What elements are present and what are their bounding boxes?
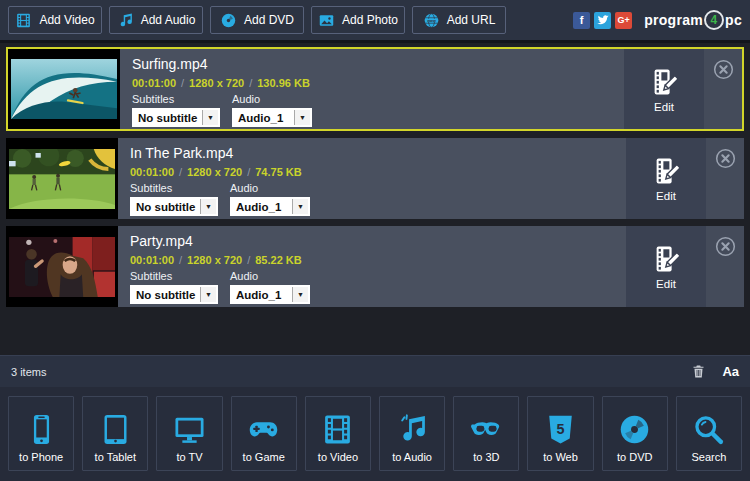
edit-label: Edit <box>656 190 676 202</box>
audio-value: Audio_1 <box>231 201 292 213</box>
media-size: 130.96 KB <box>257 77 310 89</box>
svg-text:www: www <box>426 18 436 22</box>
audio-control: Audio Audio_1 ▼ <box>230 182 310 216</box>
google-plus-icon[interactable]: G+ <box>615 12 632 29</box>
audio-value: Audio_1 <box>233 112 294 124</box>
chevron-down-icon: ▼ <box>200 287 216 302</box>
media-meta: 00:01:00/1280 x 720/85.22 KB <box>130 254 626 266</box>
chevron-down-icon: ▼ <box>200 199 216 214</box>
add-photo-button[interactable]: Add Photo <box>311 6 405 34</box>
party-thumbnail-image <box>9 237 115 297</box>
add-url-button[interactable]: www Add URL <box>412 6 506 34</box>
media-title: Surfing.mp4 <box>132 56 624 72</box>
chevron-down-icon: ▼ <box>202 110 218 125</box>
media-resolution: 1280 x 720 <box>187 254 242 266</box>
media-row-in-the-park[interactable]: In The Park.mp4 00:01:00/1280 x 720/74.7… <box>6 138 744 219</box>
surfing-thumbnail-image <box>11 59 117 119</box>
dock-label: to Tablet <box>95 451 136 463</box>
search-icon <box>692 413 725 446</box>
twitter-icon[interactable] <box>594 12 611 29</box>
dock-label: Search <box>692 451 727 463</box>
close-strip <box>706 226 744 307</box>
media-row-surfing[interactable]: Surfing.mp4 00:01:00/1280 x 720/130.96 K… <box>6 47 744 131</box>
to-phone-button[interactable]: to Phone <box>8 396 74 471</box>
subtitles-dropdown[interactable]: No subtitle ▼ <box>130 285 218 304</box>
media-info: Party.mp4 00:01:00/1280 x 720/85.22 KB S… <box>118 226 626 307</box>
logo-text-left: program <box>644 12 703 28</box>
remove-item-icon[interactable] <box>712 58 735 81</box>
to-3d-button[interactable]: to 3D <box>453 396 519 471</box>
to-audio-button[interactable]: to Audio <box>379 396 445 471</box>
audio-dropdown[interactable]: Audio_1 ▼ <box>230 285 310 304</box>
media-info: Surfing.mp4 00:01:00/1280 x 720/130.96 K… <box>120 49 624 129</box>
to-video-button[interactable]: to Video <box>305 396 371 471</box>
search-button[interactable]: Search <box>676 396 742 471</box>
media-row-party[interactable]: Party.mp4 00:01:00/1280 x 720/85.22 KB S… <box>6 226 744 307</box>
font-size-button[interactable]: Aa <box>722 364 739 379</box>
toolbar-right: f G+ program 4 pc <box>569 10 742 30</box>
edit-button[interactable]: Edit <box>624 49 704 129</box>
add-audio-button[interactable]: Add Audio <box>109 6 203 34</box>
remove-item-icon[interactable] <box>714 235 737 258</box>
to-tv-button[interactable]: to TV <box>156 396 222 471</box>
dock-label: to TV <box>176 451 202 463</box>
add-url-label: Add URL <box>447 13 496 27</box>
conversion-dock: to Phone to Tablet to TV to Game to Vide… <box>0 387 750 481</box>
photo-icon <box>318 12 335 29</box>
edit-label: Edit <box>654 101 674 113</box>
tv-icon <box>173 413 206 446</box>
edit-button[interactable]: Edit <box>626 138 706 219</box>
media-controls: Subtitles No subtitle ▼ Audio Audio_1 ▼ <box>130 182 626 216</box>
media-duration: 00:01:00 <box>130 166 174 178</box>
3d-glasses-icon <box>470 413 503 446</box>
subtitles-label: Subtitles <box>130 270 218 282</box>
disc-icon <box>220 12 237 29</box>
media-resolution: 1280 x 720 <box>187 166 242 178</box>
subtitles-value: No subtitle <box>131 201 200 213</box>
toolbar: Add Video Add Audio Add DVD Add Photo ww… <box>0 0 750 43</box>
media-controls: Subtitles No subtitle ▼ Audio Audio_1 ▼ <box>130 270 626 304</box>
media-controls: Subtitles No subtitle ▼ Audio Audio_1 ▼ <box>132 93 624 127</box>
media-title: Party.mp4 <box>130 233 626 249</box>
dock-label: to Phone <box>19 451 63 463</box>
globe-www-icon: www <box>423 12 440 29</box>
video-thumbnail-party <box>6 226 118 307</box>
svg-text:5: 5 <box>557 421 565 437</box>
audio-control: Audio Audio_1 ▼ <box>232 93 312 127</box>
video-thumbnail-park <box>6 138 118 219</box>
add-video-button[interactable]: Add Video <box>8 6 102 34</box>
disc-icon <box>618 413 651 446</box>
subtitles-value: No subtitle <box>133 112 202 124</box>
twitter-bird-icon <box>597 14 609 26</box>
to-game-button[interactable]: to Game <box>231 396 297 471</box>
to-tablet-button[interactable]: to Tablet <box>82 396 148 471</box>
to-dvd-button[interactable]: to DVD <box>602 396 668 471</box>
media-meta: 00:01:00/1280 x 720/130.96 KB <box>132 77 624 89</box>
film-pencil-edit-icon <box>651 155 681 187</box>
audio-dropdown[interactable]: Audio_1 ▼ <box>232 108 312 127</box>
logo-number: 4 <box>711 13 718 27</box>
subtitles-dropdown[interactable]: No subtitle ▼ <box>130 197 218 216</box>
subtitles-value: No subtitle <box>131 289 200 301</box>
facebook-glyph: f <box>580 15 584 26</box>
audio-label: Audio <box>230 270 310 282</box>
subtitles-dropdown[interactable]: No subtitle ▼ <box>132 108 220 127</box>
media-file-list: Surfing.mp4 00:01:00/1280 x 720/130.96 K… <box>0 43 750 355</box>
edit-button[interactable]: Edit <box>626 226 706 307</box>
remove-item-icon[interactable] <box>714 147 737 170</box>
add-audio-label: Add Audio <box>141 13 196 27</box>
logo-circle: 4 <box>704 10 724 30</box>
media-title: In The Park.mp4 <box>130 145 626 161</box>
music-note-icon <box>117 12 134 29</box>
trash-icon[interactable] <box>691 363 706 380</box>
subtitles-label: Subtitles <box>132 93 220 105</box>
subtitles-control: Subtitles No subtitle ▼ <box>130 270 218 304</box>
facebook-icon[interactable]: f <box>573 12 590 29</box>
subtitles-label: Subtitles <box>130 182 218 194</box>
add-dvd-button[interactable]: Add DVD <box>210 6 304 34</box>
audio-dropdown[interactable]: Audio_1 ▼ <box>230 197 310 216</box>
subtitles-control: Subtitles No subtitle ▼ <box>130 182 218 216</box>
to-web-button[interactable]: 5 to Web <box>527 396 593 471</box>
media-size: 74.75 KB <box>255 166 301 178</box>
add-photo-label: Add Photo <box>342 13 398 27</box>
